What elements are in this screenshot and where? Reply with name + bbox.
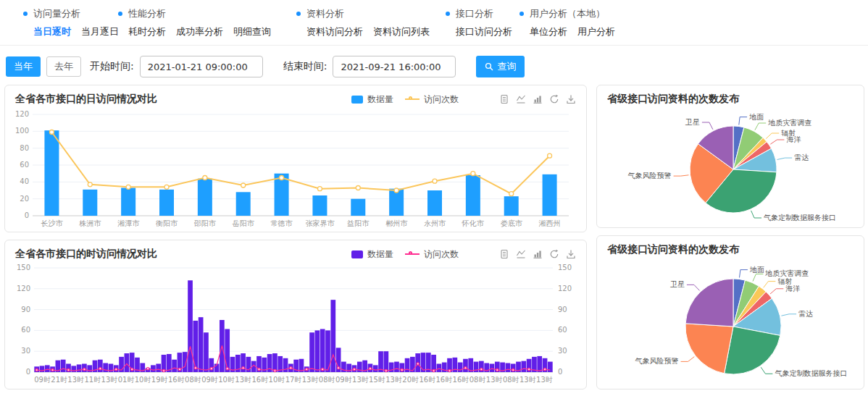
svg-text:20: 20 <box>20 195 29 203</box>
nav-group-title: 接口分析 <box>456 7 493 20</box>
svg-text:张家界市: 张家界市 <box>305 219 335 227</box>
svg-text:60: 60 <box>20 161 29 169</box>
svg-text:地质灾害调查: 地质灾害调查 <box>767 119 811 127</box>
svg-text:海洋: 海洋 <box>785 285 800 292</box>
pie-panel-2: 省级接口访问资料的次数发布 地面地质灾害调查辐射海洋雷达气象定制数据服务接口气象… <box>596 235 864 389</box>
legend-bar-swatch <box>351 250 363 258</box>
svg-text:10时: 10时 <box>135 376 151 384</box>
svg-text:100: 100 <box>15 127 29 135</box>
svg-text:60: 60 <box>558 326 567 334</box>
daily-chart-canvas: 020406080100120长沙市株洲市湘潭市衡阳市邵阳市岳阳市常德市张家界市… <box>5 106 586 233</box>
svg-text:地面: 地面 <box>748 113 764 121</box>
svg-text:30: 30 <box>21 347 30 355</box>
svg-text:湘西州: 湘西州 <box>539 219 561 227</box>
legend-line-swatch <box>405 253 420 255</box>
nav-group-performance: 性能分析 耗时分析 成功率分析 明细查询 <box>118 7 271 38</box>
svg-text:01时: 01时 <box>118 376 135 384</box>
hourly-chart-canvas: 0030306060909012012015015009时21时13时11时13… <box>5 261 586 389</box>
svg-text:30: 30 <box>558 347 567 355</box>
svg-text:气象定制数据服务接口: 气象定制数据服务接口 <box>764 214 836 222</box>
svg-text:21时: 21时 <box>51 376 67 384</box>
svg-text:10时: 10时 <box>269 376 285 384</box>
filter-bar: 当年 去年 开始时间: 结束时间: 查询 <box>6 55 525 78</box>
data-view-icon[interactable] <box>499 249 509 259</box>
pie-panel-1: 省级接口访问资料的次数发布 地面地质灾害调查辐射海洋雷达气象定制数据服务接口气象… <box>596 85 864 228</box>
svg-text:16时: 16时 <box>436 376 453 384</box>
bar-chart-icon[interactable] <box>533 249 543 259</box>
svg-text:40: 40 <box>20 177 29 185</box>
svg-text:08时: 08时 <box>185 376 201 384</box>
search-icon <box>485 62 493 71</box>
restore-icon[interactable] <box>549 94 559 104</box>
svg-text:120: 120 <box>558 285 572 292</box>
svg-text:90: 90 <box>558 306 567 313</box>
nav-link-daily-hourly[interactable]: 当日逐时 <box>33 25 71 38</box>
svg-text:08时: 08时 <box>319 376 335 384</box>
nav-link-data-access-analysis[interactable]: 资料访问分析 <box>306 25 363 38</box>
nav-link-unit-analysis[interactable]: 单位分析 <box>530 25 567 38</box>
start-time-input[interactable] <box>140 56 263 77</box>
download-icon[interactable] <box>566 249 576 259</box>
pie-chart-canvas: 地面地质灾害调查辐射海洋雷达气象定制数据服务接口气象风险预警卫星 <box>597 256 864 389</box>
svg-text:常德市: 常德市 <box>271 219 293 227</box>
nav-link-interface-access[interactable]: 接口访问分析 <box>456 25 512 38</box>
svg-text:湘潭市: 湘潭市 <box>117 219 140 227</box>
bullet-icon <box>296 12 301 16</box>
this-year-button[interactable]: 当年 <box>6 56 41 77</box>
svg-text:卫星: 卫星 <box>670 280 685 288</box>
nav-link-monthly-daily[interactable]: 当月逐日 <box>81 25 119 38</box>
legend-bar-label[interactable]: 数据量 <box>367 248 393 261</box>
svg-text:13时: 13时 <box>352 376 369 384</box>
svg-text:17时: 17时 <box>285 376 302 384</box>
end-time-input[interactable] <box>333 56 456 77</box>
svg-text:0: 0 <box>558 368 562 376</box>
top-nav: 访问量分析 当日逐时 当月逐日 性能分析 耗时分析 成功率分析 明细查询 资料分… <box>0 0 868 46</box>
svg-text:09时: 09时 <box>335 376 352 384</box>
line-chart-icon[interactable] <box>516 94 526 104</box>
nav-link-user-analysis[interactable]: 用户分析 <box>577 25 615 38</box>
svg-text:120: 120 <box>15 110 29 118</box>
nav-group-title: 用户分析（本地） <box>530 7 605 20</box>
nav-group-data: 资料分析 资料访问分析 资料访问列表 <box>296 7 430 38</box>
svg-text:海洋: 海洋 <box>786 135 801 143</box>
svg-text:0: 0 <box>26 368 30 376</box>
svg-text:长沙市: 长沙市 <box>41 219 63 227</box>
nav-link-time-cost[interactable]: 耗时分析 <box>128 25 166 38</box>
nav-group-title: 访问量分析 <box>33 7 80 20</box>
svg-text:13时: 13时 <box>302 376 319 384</box>
svg-text:雷达: 雷达 <box>794 153 809 161</box>
download-icon[interactable] <box>566 94 576 104</box>
restore-icon[interactable] <box>549 249 559 259</box>
legend-line-label[interactable]: 访问次数 <box>424 248 459 261</box>
bullet-icon <box>23 12 28 16</box>
svg-text:邵阳市: 邵阳市 <box>194 219 217 227</box>
nav-group-title: 性能分析 <box>128 7 166 20</box>
svg-text:10时: 10时 <box>218 376 235 384</box>
nav-link-data-access-list[interactable]: 资料访问列表 <box>373 25 430 38</box>
svg-text:地面: 地面 <box>749 266 764 274</box>
svg-text:怀化市: 怀化市 <box>462 219 485 227</box>
chart-toolbox <box>499 94 576 104</box>
data-view-icon[interactable] <box>499 94 509 104</box>
chart-title: 全省各市接口的时访问情况对比 <box>15 248 351 261</box>
search-button[interactable]: 查询 <box>476 56 525 77</box>
svg-text:衡阳市: 衡阳市 <box>155 219 178 227</box>
last-year-button[interactable]: 去年 <box>46 56 81 77</box>
nav-link-detail-query[interactable]: 明细查询 <box>233 25 271 38</box>
daily-chart-panel: 全省各市接口的日访问情况对比 数据量 访问次数 020406080100120长… <box>4 85 587 232</box>
legend-line-label[interactable]: 访问次数 <box>424 93 459 106</box>
pie-chart-canvas: 地面地质灾害调查辐射海洋雷达气象定制数据服务接口气象风险预警卫星 <box>597 106 864 226</box>
svg-text:卫星: 卫星 <box>685 118 700 126</box>
svg-text:娄底市: 娄底市 <box>501 219 523 227</box>
svg-text:80: 80 <box>20 144 29 152</box>
svg-text:16时: 16时 <box>419 376 435 384</box>
search-button-label: 查询 <box>497 60 516 73</box>
legend-bar-label[interactable]: 数据量 <box>367 93 393 106</box>
svg-text:16时: 16时 <box>168 376 185 384</box>
bar-chart-icon[interactable] <box>533 94 543 104</box>
line-chart-icon[interactable] <box>516 249 526 259</box>
nav-link-success-rate[interactable]: 成功率分析 <box>176 25 223 38</box>
svg-text:13时: 13时 <box>235 376 251 384</box>
start-time-label: 开始时间: <box>90 60 134 73</box>
dashboard-page: 访问量分析 当日逐时 当月逐日 性能分析 耗时分析 成功率分析 明细查询 资料分… <box>0 0 868 396</box>
